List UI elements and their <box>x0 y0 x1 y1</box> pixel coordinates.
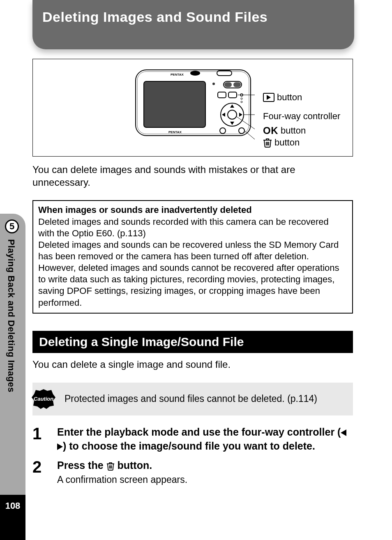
callout-play-button: button <box>263 92 302 103</box>
page-header-tab: Deleting Images and Sound Files <box>32 0 354 49</box>
callout-trash-button: button <box>263 137 300 148</box>
play-icon <box>263 93 274 102</box>
info-box: When images or sounds are inadvertently … <box>32 200 353 313</box>
steps-list: 1 Enter the playback mode and use the fo… <box>32 425 353 485</box>
step-2-title: Press the button. <box>57 459 353 473</box>
step-2: 2 Press the button. A confirmation scree… <box>32 459 353 485</box>
caution-note: Caution Protected images and sound files… <box>32 383 353 415</box>
svg-rect-5 <box>144 81 205 127</box>
page-content: PENTAX PENTAX <box>32 59 353 491</box>
camera-diagram-box: PENTAX PENTAX <box>32 59 353 157</box>
svg-rect-9 <box>224 82 232 87</box>
step-2-title-a: Press the <box>57 459 106 471</box>
manual-page: 5 Playing Back and Deleting Images 108 D… <box>0 0 392 540</box>
svg-point-2 <box>190 71 200 76</box>
svg-text:PENTAX: PENTAX <box>168 130 182 134</box>
caution-text: Protected images and sound files cannot … <box>65 393 349 404</box>
svg-rect-10 <box>233 82 241 87</box>
chapter-number-badge: 5 <box>5 219 19 233</box>
info-box-p1: Deleted images and sounds recorded with … <box>38 216 347 239</box>
intro-paragraph: You can delete images and sounds with mi… <box>32 163 353 189</box>
step-1-number: 1 <box>32 425 46 453</box>
callout-fourway: Four-way controller <box>263 111 340 122</box>
info-box-p2: Deleted images and sounds can be recover… <box>38 239 347 262</box>
page-number: 108 <box>0 501 25 511</box>
step-2-detail: A confirmation screen appears. <box>57 474 353 485</box>
side-bar: 5 Playing Back and Deleting Images 108 <box>0 0 25 540</box>
trash-icon <box>106 462 115 471</box>
callout-trash-label: button <box>274 137 300 148</box>
section-intro: You can delete a single image and sound … <box>32 359 353 370</box>
callout-ok-suffix: button <box>281 125 306 136</box>
section-heading: Deleting a Single Image/Sound File <box>32 331 353 353</box>
callout-play-label: button <box>277 92 302 103</box>
step-1-title-b: ) to choose the image/sound file you wan… <box>63 440 315 452</box>
svg-text:PENTAX: PENTAX <box>171 73 184 76</box>
step-2-title-b: button. <box>115 459 152 471</box>
info-box-p3: However, deleted images and sounds canno… <box>38 262 347 309</box>
step-1-title-a: Enter the playback mode and use the four… <box>57 426 341 438</box>
step-1-title: Enter the playback mode and use the four… <box>57 425 353 453</box>
callout-ok-button: OK button <box>263 125 306 136</box>
caution-badge: Caution <box>31 388 56 410</box>
camera-illustration: PENTAX PENTAX <box>131 63 255 153</box>
ok-label-bold: OK <box>263 125 278 136</box>
page-title: Deleting Images and Sound Files <box>42 9 267 25</box>
svg-line-28 <box>244 131 255 139</box>
trash-icon <box>263 138 272 148</box>
svg-point-7 <box>212 83 215 85</box>
caution-badge-label: Caution <box>34 396 53 402</box>
callout-fourway-label: Four-way controller <box>263 111 340 122</box>
right-arrow-icon <box>57 443 63 450</box>
info-box-title: When images or sounds are inadvertently … <box>38 204 347 216</box>
left-arrow-icon <box>341 429 346 436</box>
section-side-label: Playing Back and Deleting Images <box>6 239 16 392</box>
step-1: 1 Enter the playback mode and use the fo… <box>32 425 353 453</box>
step-2-number: 2 <box>32 459 46 485</box>
